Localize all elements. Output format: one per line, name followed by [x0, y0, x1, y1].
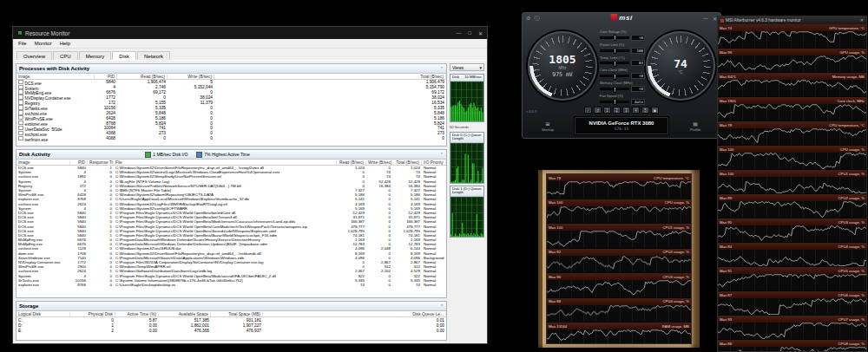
slider-thumb[interactable]: [614, 99, 616, 105]
slider-thumb[interactable]: [614, 35, 616, 41]
monitor-graph-row[interactable]: Max 88CPU8 usage, %: [718, 340, 866, 351]
graph-minmax-note: Max 87: [720, 293, 732, 297]
slider-thumb[interactable]: [614, 48, 616, 54]
resmon-titlebar[interactable]: Resource Monitor — □ ✕: [13, 27, 487, 39]
column-header[interactable]: Response Time...: [88, 160, 114, 165]
table-row[interactable]: perfmon.exe4068000: [16, 136, 446, 141]
monitor-graph-row[interactable]: Max 1905Core clock, MHz: [718, 97, 866, 121]
disk-activity-section-header[interactable]: Disk Activity 1 MB/sec Disk I/O 7% Highe…: [16, 150, 446, 160]
monitor-graph-row[interactable]: Max 93CPU7 usage, %: [718, 316, 866, 340]
collapse-chevron-icon[interactable]: ⌃: [440, 303, 444, 309]
menu-monitor[interactable]: Monitor: [35, 41, 52, 46]
profile-slot-3[interactable]: 3: [622, 107, 630, 114]
monitor-graph-row[interactable]: Max 78CPU temperature, °C: [718, 121, 866, 146]
slider-track[interactable]: [600, 88, 629, 90]
monitor-graph-row[interactable]: Max 8421Memory usage, MB: [718, 73, 866, 97]
column-header[interactable]: Read (B/sec): [337, 160, 366, 165]
slider-row-core-voltage: Core Voltage (%)+0: [600, 30, 645, 41]
column-header[interactable]: File: [114, 160, 337, 165]
column-header[interactable]: Active Time (%): [115, 312, 159, 316]
graph-plot: [718, 153, 866, 169]
column-header[interactable]: PID: [70, 160, 88, 165]
column-header[interactable]: Logical Disk: [16, 312, 70, 316]
monitor-graph-row[interactable]: Max 88CPU4 usage, %: [547, 298, 691, 323]
profile-slot-4[interactable]: 4: [632, 107, 640, 114]
collapse-chevron-icon[interactable]: ⌃: [440, 66, 444, 71]
save-profile-button[interactable]: ▣: [651, 107, 659, 114]
reset-button[interactable]: ↺: [594, 107, 602, 114]
monitor-graph-row[interactable]: Max 87CPU6 usage, %: [718, 291, 866, 316]
slider-thumb[interactable]: [614, 61, 616, 67]
slider-thumb[interactable]: [614, 74, 616, 80]
profile-slot-2[interactable]: 2: [613, 107, 621, 114]
slider-thumb[interactable]: [614, 87, 616, 93]
info-icon[interactable]: ⓘ: [534, 15, 539, 23]
minimize-button[interactable]: —: [456, 30, 461, 36]
slider-track[interactable]: [600, 101, 629, 103]
monitor-graph-row[interactable]: Max 84CPU4 usage, %: [718, 243, 866, 267]
monitor-graph-row[interactable]: Max 89CPU2 usage, %: [718, 194, 866, 218]
column-header[interactable]: Image: [16, 75, 95, 79]
column-header[interactable]: Physical Disk: [70, 312, 115, 316]
tab-cpu[interactable]: CPU: [53, 51, 78, 60]
monitor-graph-row[interactable]: Max 78CPU temperature, °C: [547, 174, 691, 199]
slider-track[interactable]: [600, 36, 629, 39]
monitor-graph-row[interactable]: Max 100CPU1 usage, %: [718, 170, 866, 194]
slider-value: +0: [631, 35, 645, 41]
tab-disk[interactable]: Disk: [112, 51, 136, 60]
profile-slot-5[interactable]: 5: [641, 107, 649, 114]
settings-gear-icon[interactable]: ⚙: [526, 15, 530, 23]
table-row[interactable]: explorer.exe87680C:\Users\Eagle\Desktop\…: [16, 283, 446, 287]
tab-memory[interactable]: Memory: [79, 51, 112, 60]
column-header[interactable]: Write (B/sec): [366, 160, 392, 165]
column-header[interactable]: Read (B/sec): [117, 75, 168, 79]
minimize-button[interactable]: —: [703, 16, 708, 22]
menu-file[interactable]: File: [18, 41, 27, 46]
column-header[interactable]: PID: [95, 75, 117, 79]
monitor-graph-row[interactable]: Max 91CPU5 usage, %: [718, 267, 866, 291]
column-header[interactable]: Total (B/sec): [392, 160, 422, 165]
monitor-graph-row[interactable]: Max 92CPU2 usage, %: [547, 249, 691, 274]
afterburner-titlebar[interactable]: ⚙ ⓘ msi — ✕: [522, 12, 721, 25]
monitor-graph-row[interactable]: Max 95CPU3 usage, %: [718, 218, 866, 243]
storage-section-header[interactable]: Storage ⌃: [16, 302, 446, 311]
slider-track[interactable]: [600, 75, 629, 77]
apply-button[interactable]: ✓: [584, 107, 592, 114]
monitor-graph-row[interactable]: Max 74GPU temperature, °C: [718, 24, 866, 49]
monitor-graph-row[interactable]: Max 13164RAM usage, MB: [547, 323, 691, 343]
startup-toggle[interactable]: ⊞ Startup: [525, 121, 570, 132]
column-header[interactable]: Total (B/sec): [214, 75, 446, 79]
hardware-monitor-titlebar[interactable]: MSI Afterburner v4.6.3 hardware monitor …: [718, 16, 866, 24]
processes-section-header[interactable]: Processes with Disk Activity ⌃: [16, 64, 446, 74]
maximize-button[interactable]: □: [468, 30, 471, 36]
column-header[interactable]: Total Space (MB): [211, 312, 263, 316]
column-header[interactable]: Write (B/sec): [168, 75, 214, 79]
monitor-graph-row[interactable]: Max 96CPU3 usage, %: [547, 273, 691, 298]
collapse-chevron-icon[interactable]: ⌃: [440, 152, 444, 157]
column-header[interactable]: Image: [16, 160, 70, 165]
table-row[interactable]: E:20.00476,365476,9370.00: [16, 328, 446, 333]
slider-track[interactable]: [600, 49, 629, 52]
monitor-graph-row[interactable]: Max 99GPU usage, %: [718, 49, 866, 73]
gpu-temp-value: 74: [674, 58, 687, 69]
column-header[interactable]: I/O Priority: [422, 160, 446, 165]
disk-graph-title: Disk: [452, 75, 459, 80]
monitor-graph-row[interactable]: Max 100CPU usage, %: [718, 146, 866, 170]
views-dropdown[interactable]: Views ▾: [450, 63, 484, 71]
close-button[interactable]: ✕: [860, 18, 864, 23]
menu-help[interactable]: Help: [60, 41, 70, 46]
slider-track[interactable]: [600, 62, 629, 64]
tab-overview[interactable]: Overview: [16, 51, 52, 60]
table-cell: 0: [70, 318, 115, 323]
close-button[interactable]: ✕: [478, 30, 483, 36]
profile-panel-toggle[interactable]: ▤ Profile: [673, 121, 718, 132]
column-header[interactable]: Available Space: [159, 312, 211, 316]
graph-plot-canvas: [718, 323, 866, 339]
column-header[interactable]: Disk Queue Le...: [263, 312, 446, 316]
storage-table: C:05.87517,385931,1810.01D:10.001,862,00…: [16, 317, 446, 340]
profile-slot-1[interactable]: 1: [603, 107, 611, 114]
monitor-graph-row[interactable]: Max 100CPU usage, %: [547, 199, 691, 225]
tab-network[interactable]: Network: [137, 51, 170, 60]
table-cell: 1,862,001: [159, 323, 211, 328]
monitor-graph-row[interactable]: Max 100CPU1 usage, %: [547, 224, 691, 249]
